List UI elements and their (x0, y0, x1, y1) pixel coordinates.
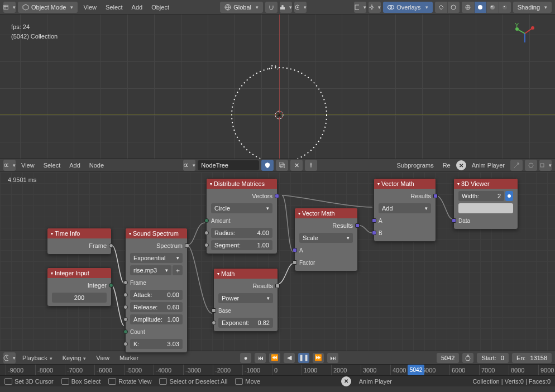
close-anim-player[interactable]: ✕ (456, 160, 466, 170)
remove-label: Re (439, 162, 454, 169)
duplicate-tree[interactable] (276, 160, 288, 171)
mouse-icon (4, 378, 12, 385)
node-canvas[interactable]: 4.9501 ms Time Info Frame Integer Input … (0, 172, 555, 351)
auto-key[interactable]: ● (240, 353, 251, 363)
ne-menu-view[interactable]: View (18, 162, 38, 169)
jump-end[interactable]: ⏭ (327, 353, 338, 363)
menu-object[interactable]: Object (148, 4, 173, 11)
timeline-ruler[interactable]: 9000800070006000500040003000200010000-10… (0, 364, 555, 375)
shading-mode-pills[interactable] (462, 2, 511, 13)
pin-tree[interactable] (261, 160, 274, 171)
node-header[interactable]: Math (214, 269, 278, 279)
menu-select[interactable]: Select (102, 4, 126, 11)
playhead[interactable]: 5042 (408, 365, 424, 375)
math-op[interactable]: Power (218, 293, 273, 303)
node-integer-input[interactable]: Integer Input Integer 200 (47, 267, 112, 307)
proportional-edit[interactable] (294, 2, 307, 13)
viewport-3d[interactable]: fps: 24 (5042) Collection Y (0, 15, 555, 159)
node-header[interactable]: Integer Input (47, 268, 111, 278)
editor-type-dropdown[interactable] (3, 2, 16, 13)
current-frame[interactable]: 5042 (437, 353, 459, 363)
tree-type[interactable] (183, 160, 195, 171)
tick: 4000 (390, 365, 406, 375)
jump-prev-key[interactable]: ⏪ (269, 353, 280, 363)
viewer-toggle[interactable] (505, 191, 513, 201)
node-header[interactable]: Vector Math (374, 179, 436, 189)
ne-menu-add[interactable]: Add (66, 162, 84, 169)
playback-menu[interactable]: Playback (19, 355, 56, 361)
node-math[interactable]: Math Results Power Base Exponent:0.82 (213, 268, 278, 332)
status-close-player[interactable]: ✕ (341, 376, 351, 386)
svg-point-10 (451, 5, 456, 9)
svg-point-13 (490, 5, 495, 9)
node-header[interactable]: Distribute Matrices (207, 179, 277, 189)
solid-icon (477, 4, 484, 11)
tick: 7000 (479, 365, 495, 375)
tick: -9000 (6, 365, 23, 375)
snap-options[interactable] (280, 2, 292, 13)
node-vector-math-scale[interactable]: Vector Math Results Scale A Factor (294, 208, 358, 271)
nodetree-name[interactable]: NodeTree (198, 160, 259, 170)
node-vector-math-add[interactable]: Vector Math Results Add A B (374, 178, 436, 242)
play-reverse[interactable]: ◀ (284, 353, 295, 363)
ne-menu-node[interactable]: Node (86, 162, 107, 169)
tick: -5000 (124, 365, 142, 375)
tl-view-menu[interactable]: View (93, 355, 113, 361)
shape-dropdown[interactable]: Circle (211, 203, 272, 213)
node-header[interactable]: Time Info (47, 228, 111, 238)
jump-start[interactable]: ⏮ (255, 353, 266, 363)
svg-point-15 (503, 5, 507, 9)
tick: 9000 (538, 365, 554, 375)
node-editor-type[interactable] (3, 160, 16, 171)
subprograms-menu[interactable]: Subprograms (394, 162, 437, 169)
vmath-op[interactable]: Add (379, 203, 431, 213)
menu-add[interactable]: Add (128, 4, 146, 11)
pin-icon[interactable] (305, 160, 317, 171)
node-header[interactable]: 3D Viewer (454, 179, 518, 189)
nav-gizmo[interactable]: Y (514, 22, 536, 45)
viewer-color[interactable] (458, 203, 513, 213)
visibility-dropdown[interactable] (354, 2, 366, 13)
snap-toggle[interactable] (265, 2, 278, 13)
ne-tool-2[interactable] (525, 160, 537, 171)
overlays-dropdown[interactable]: Overlays (383, 2, 432, 13)
timeline-editor-type[interactable] (3, 352, 16, 364)
add-sound[interactable]: ＋ (173, 265, 183, 275)
node-sound-spectrum[interactable]: Sound Spectrum Spectrum Exponential rise… (125, 228, 188, 353)
start-frame[interactable]: Start:0 (477, 353, 508, 363)
node-3d-viewer[interactable]: 3D Viewer Width:2 Data (453, 178, 518, 230)
unlink-tree[interactable]: ✕ (290, 160, 303, 171)
node-time-info[interactable]: Time Info Frame (47, 228, 112, 255)
end-frame[interactable]: En:13158 (512, 353, 552, 363)
integer-value[interactable]: 200 (52, 293, 107, 303)
ne-tool-1[interactable] (510, 160, 523, 171)
keying-menu[interactable]: Keying (59, 355, 90, 361)
orientation-dropdown[interactable]: Global (220, 2, 263, 13)
svg-point-12 (478, 5, 482, 9)
jump-next-key[interactable]: ⏩ (313, 353, 324, 363)
vmath-op[interactable]: Scale (299, 233, 353, 243)
mode-dropdown[interactable]: Object Mode (18, 2, 78, 13)
marker-menu[interactable]: Marker (116, 355, 142, 361)
menu-view[interactable]: View (80, 4, 100, 11)
tick: -7000 (65, 365, 83, 375)
node-distribute-matrices[interactable]: Distribute Matrices Vectors Circle Amoun… (206, 178, 278, 254)
tick: -1000 (242, 365, 260, 375)
viewer-width[interactable]: Width:2 (458, 191, 504, 201)
pause[interactable]: ❚❚ (298, 353, 309, 363)
ne-menu-select[interactable]: Select (40, 162, 64, 169)
shading-dropdown[interactable]: Shading (513, 2, 552, 13)
stopwatch-icon (465, 355, 471, 361)
svg-point-32 (529, 163, 533, 168)
mesh-circle[interactable] (230, 60, 331, 159)
preview-range[interactable] (462, 353, 473, 363)
gizmo-dropdown[interactable] (369, 2, 381, 13)
ne-tool-3[interactable] (539, 160, 552, 171)
svg-point-20 (531, 26, 534, 30)
sound-file[interactable]: rise.mp3 (130, 265, 171, 275)
shield-icon (265, 162, 270, 168)
xray-wireframe-toggle[interactable] (435, 2, 460, 13)
interp-dropdown[interactable]: Exponential (130, 253, 183, 263)
node-header[interactable]: Vector Math (295, 208, 357, 218)
node-header[interactable]: Sound Spectrum (126, 228, 187, 238)
